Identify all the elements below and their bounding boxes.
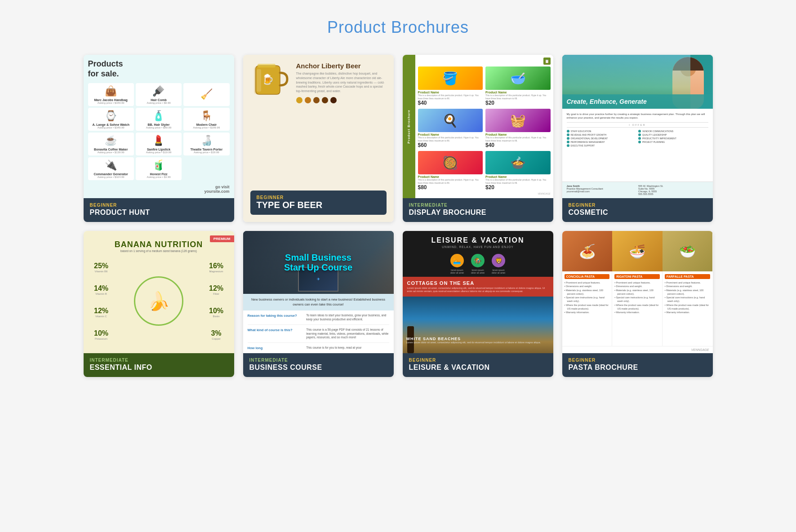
display-logo: VENNGAGE xyxy=(418,192,551,195)
pasta-preview: 🍝 🍜 🥗 CONCIGLIA PASTA • Prominent and un… xyxy=(562,231,713,353)
display-header-icon: 📋 xyxy=(418,58,551,65)
leisure-level: BEGINNER xyxy=(409,358,547,363)
card-product-hunt[interactable]: Productsfor sale. 👜 Marc Jacobs Handbag … xyxy=(84,55,234,222)
card-display-brochure[interactable]: Product Brochure 📋 🪣 Product Name xyxy=(403,55,553,222)
banana-circle-area: 25% Vitamin B6 14% Vitamin B 12% Vitamin… xyxy=(89,256,229,346)
contact-left: Jane Smith Practice Management Consultan… xyxy=(567,185,637,195)
cosmetic-divider: I OFFER xyxy=(567,122,708,128)
display-item-3: 🍳 Product Name This is a description of … xyxy=(418,109,483,148)
display-item-2: 🥣 Product Name This is a description of … xyxy=(485,66,551,106)
ph-item-handbag: 👜 Marc Jacobs Handbag Asking price • $34… xyxy=(88,83,134,106)
beach-desc: Lorem ipsum dolor sit amet, consectetur … xyxy=(403,341,545,344)
bstat-16: 16% Magnesium xyxy=(204,262,229,273)
banana-circle: 🍌 xyxy=(134,276,183,326)
beer-desc: The champagne-like bubbles, distinctive … xyxy=(296,71,387,93)
cosmetic-services: STAFF EDUCATION VENDOR COMMUNICATIONS RE… xyxy=(567,130,708,147)
bstat-25: 25% Vitamin B6 xyxy=(89,262,114,273)
cs-item-6: PRODUCTIVITY IMPROVEMENT xyxy=(638,137,708,140)
svg-rect-2 xyxy=(258,64,276,67)
leisure-icons-row: 🏊 lorem ipsumdolor sit amet 🏇 lorem ipsu… xyxy=(403,251,553,277)
pasta-img-farfalle: 🥗 xyxy=(663,231,713,271)
card-leisure-vacation[interactable]: LEISURE & VACATION UNWIND, RELAX, HAVE F… xyxy=(403,231,553,377)
card-essential-info[interactable]: PREMIUM BANANA NUTRITION based on 1 serv… xyxy=(84,231,234,377)
contact-right: 555 W. Washington St. Suite No. 5555 Chi… xyxy=(638,185,708,195)
essential-level: INTERMEDIATE xyxy=(90,358,228,363)
banana-emoji: 🍌 xyxy=(147,291,170,312)
leisure-title: LEISURE & VACATION xyxy=(408,236,548,244)
pasta-col-3: FARFALLE PASTA • Prominent and unique fe… xyxy=(663,271,713,346)
business-footer: INTERMEDIATE BUSINESS COURSE xyxy=(243,353,394,377)
display-sidebar-text: Product Brochure xyxy=(407,110,410,144)
banana-stats-left: 25% Vitamin B6 14% Vitamin B 12% Vitamin… xyxy=(89,256,114,346)
pasta-level: BEGINNER xyxy=(569,358,707,363)
cs-item-5: ORGANIZATIONAL DEVELOPMENT xyxy=(567,137,637,140)
card-cosmetic[interactable]: Create, Enhance, Generate My goal is to … xyxy=(562,55,713,222)
bstat-3: 3% Copper xyxy=(204,329,229,340)
leisure-subtitle: UNWIND, RELAX, HAVE FUN AND ENJOY xyxy=(408,245,548,248)
beer-top: 🍺 Anchor Liberty Beer The champagne-like… xyxy=(250,62,387,103)
display-item-4: 🧺 Product Name This is a description of … xyxy=(485,109,551,148)
cs-item-8: PROJECT PLANNING xyxy=(638,141,708,143)
bstat-10l: 10% Potassium xyxy=(89,329,114,340)
ph-item-watch: ⌚ A. Lange & Sohne Watch Asking price • … xyxy=(88,108,134,131)
beer-info: Anchor Liberty Beer The champagne-like b… xyxy=(296,62,387,103)
ph-items-grid: 👜 Marc Jacobs Handbag Asking price • $34… xyxy=(88,83,230,180)
pasta-col-1-bullets: • Prominent and unique features. • Dimen… xyxy=(565,281,610,314)
cosmetic-preview: Create, Enhance, Generate My goal is to … xyxy=(562,55,713,198)
cs-item-1: STAFF EDUCATION xyxy=(567,130,637,133)
pasta-images-row: 🍝 🍜 🥗 xyxy=(562,231,713,271)
display-content: 📋 🪣 Product Name This is a description o… xyxy=(415,55,553,198)
leisure-beach-section: WHITE SAND BEACHES Lorem ipsum dolor sit… xyxy=(403,297,553,353)
product-hunt-name: PRODUCT HUNT xyxy=(90,208,228,217)
card-beer[interactable]: 🍺 Anchor Liberty Beer The champagne-like… xyxy=(243,55,394,222)
beer-swatch-3 xyxy=(313,97,320,103)
beer-level-label: BEGINNER xyxy=(257,195,380,200)
ph-title: Productsfor sale. xyxy=(88,59,230,79)
banana-preview: PREMIUM BANANA NUTRITION based on 1 serv… xyxy=(84,231,234,353)
bstat-12l: 12% Vitamin C xyxy=(89,307,114,318)
display-products-grid: 🪣 Product Name This is a description of … xyxy=(418,66,551,191)
svg-text:🍺: 🍺 xyxy=(261,73,274,85)
biz-qa-item-1: Reason for taking this course? To learn … xyxy=(248,310,389,325)
business-preview: ✈ Small Business Start Up Course New bus… xyxy=(243,231,394,353)
beer-swatch-2 xyxy=(305,97,311,103)
leisure-beach-text: WHITE SAND BEACHES Lorem ipsum dolor sit… xyxy=(403,337,545,344)
card-business-course[interactable]: ✈ Small Business Start Up Course New bus… xyxy=(243,231,394,377)
cosmetic-header: Create, Enhance, Generate xyxy=(562,55,713,109)
pasta-col-3-title: FARFALLE PASTA xyxy=(665,274,711,279)
pasta-col-1-title: CONCIGLIA PASTA xyxy=(565,274,610,279)
biz-qa-item-3: How long This course is for you to keep,… xyxy=(248,343,389,353)
product-hunt-footer: BEGINNER PRODUCT HUNT xyxy=(84,198,234,222)
ph-item-porter: 🍶 Theatte Tavern Porter Asking price • $… xyxy=(183,133,229,155)
cs-item-9: EXECUTIVE SUPPORT xyxy=(567,144,708,147)
cosmetic-footer: BEGINNER COSMETIC xyxy=(562,198,713,222)
pasta-logo: VENNGAGE xyxy=(691,348,709,351)
pasta-col-2: RIGATONI PASTA • Prominent and unique fe… xyxy=(612,271,663,346)
cs-item-3: REVENUE AND PROFIT GROWTH xyxy=(567,133,637,136)
cards-grid: Productsfor sale. 👜 Marc Jacobs Handbag … xyxy=(84,55,713,377)
product-hunt-preview: Productsfor sale. 👜 Marc Jacobs Handbag … xyxy=(84,55,234,198)
pasta-col-2-title: RIGATONI PASTA xyxy=(614,274,660,279)
pasta-col-1: CONCIGLIA PASTA • Prominent and unique f… xyxy=(562,271,613,346)
biz-top: ✈ Small Business Start Up Course xyxy=(243,231,394,294)
beer-swatch-4 xyxy=(322,97,328,103)
display-item-5: 🥘 Product Name This is a description of … xyxy=(418,151,483,191)
pasta-footer: BEGINNER PASTA BROCHURE xyxy=(562,353,713,377)
cs-item-4: QUALITY LEADERSHIP xyxy=(638,133,708,136)
beer-swatch-5 xyxy=(330,97,337,103)
pasta-name: PASTA BROCHURE xyxy=(569,364,707,372)
leisure-icon-hiking: 🏊 lorem ipsumdolor sit amet xyxy=(450,254,464,274)
cs-item-7: PERFORMANCE MANAGEMENT xyxy=(567,141,637,143)
ph-cta: go visityoursite.com xyxy=(88,185,230,194)
display-name: DISPLAY BROCHURE xyxy=(409,208,547,217)
business-level: INTERMEDIATE xyxy=(249,358,387,363)
cosmetic-headline: Create, Enhance, Generate xyxy=(567,98,708,105)
display-brochure-footer: INTERMEDIATE DISPLAY BROCHURE xyxy=(403,198,553,222)
cosmetic-name: COSMETIC xyxy=(569,208,707,217)
card-pasta-brochure[interactable]: 🍝 🍜 🥗 CONCIGLIA PASTA • Prominent and un… xyxy=(562,231,713,377)
ph-item-broom: 🧹 xyxy=(183,83,229,106)
beer-type-label: TYPE OF BEER xyxy=(257,200,380,210)
bstat-10r: 10% Biotin xyxy=(204,307,229,318)
cosmetic-overlay: Create, Enhance, Generate xyxy=(562,94,713,109)
essential-name: ESSENTIAL INFO xyxy=(90,364,228,372)
